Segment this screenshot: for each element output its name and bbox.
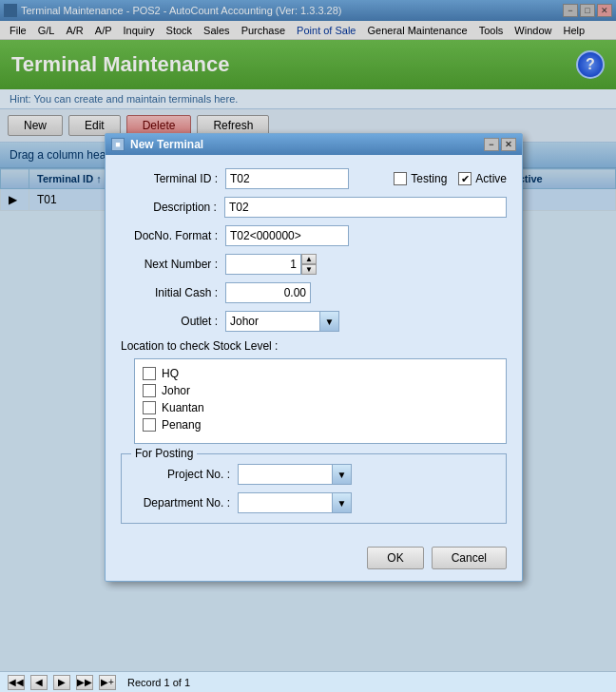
- stock-item-hq: HQ: [143, 367, 498, 380]
- stock-list: HQ Johor Kuantan Penang: [134, 358, 507, 444]
- stock-item-johor: Johor: [143, 384, 498, 397]
- new-terminal-dialog: ■ New Terminal − ✕ Terminal ID : Testing: [105, 133, 523, 582]
- project-no-row: Project No. : ▼: [133, 464, 494, 485]
- posting-section: For Posting Project No. : ▼ Department N…: [121, 453, 507, 524]
- project-no-label: Project No. :: [133, 468, 238, 481]
- posting-legend: For Posting: [131, 447, 197, 460]
- active-label: Active: [475, 172, 507, 185]
- stock-hq-label: HQ: [162, 367, 179, 380]
- department-no-label: Department No. :: [133, 496, 238, 509]
- stock-penang-checkbox[interactable]: [143, 418, 156, 432]
- modal-title-bar: ■ New Terminal − ✕: [106, 134, 522, 155]
- modal-title-buttons: − ✕: [484, 138, 516, 151]
- initial-cash-label: Initial Cash :: [121, 286, 225, 299]
- modal-title-text: New Terminal: [130, 138, 484, 151]
- stock-item-penang: Penang: [143, 418, 498, 432]
- initial-cash-row: Initial Cash :: [121, 282, 507, 303]
- status-bar: ◀◀ ◀ ▶ ▶▶ ▶+ Record 1 of 1: [0, 671, 616, 692]
- stock-level-label: Location to check Stock Level :: [121, 339, 507, 353]
- docno-row: DocNo. Format :: [121, 225, 507, 246]
- nav-next-button[interactable]: ▶: [53, 675, 70, 690]
- initial-cash-input[interactable]: [225, 282, 311, 303]
- stock-kuantan-label: Kuantan: [162, 401, 204, 414]
- modal-footer: OK Cancel: [106, 537, 522, 581]
- project-no-dropdown-button[interactable]: ▼: [333, 464, 352, 485]
- terminal-id-label: Terminal ID :: [121, 172, 225, 185]
- project-no-input[interactable]: [238, 464, 333, 485]
- outlet-dropdown-button[interactable]: ▼: [320, 311, 339, 332]
- next-number-spinner: ▲ ▼: [225, 254, 317, 275]
- terminal-id-row: Terminal ID : Testing ✔ Active: [121, 168, 507, 189]
- next-number-input[interactable]: [225, 254, 301, 275]
- stock-item-kuantan: Kuantan: [143, 401, 498, 414]
- outlet-input[interactable]: [225, 311, 320, 332]
- checkbox-area: Testing ✔ Active: [394, 172, 507, 185]
- testing-checkbox-group: Testing: [394, 172, 447, 185]
- outlet-combo: ▼: [225, 311, 339, 332]
- modal-minimize-button[interactable]: −: [484, 138, 499, 151]
- modal-overlay: ■ New Terminal − ✕ Terminal ID : Testing: [0, 0, 616, 692]
- nav-last-button[interactable]: ▶▶: [76, 675, 93, 690]
- testing-label: Testing: [411, 172, 447, 185]
- department-no-input[interactable]: [238, 492, 333, 513]
- terminal-id-input[interactable]: [225, 168, 349, 189]
- cancel-button[interactable]: Cancel: [432, 547, 507, 569]
- next-number-label: Next Number :: [121, 258, 225, 271]
- description-row: Description :: [121, 197, 507, 218]
- stock-johor-checkbox[interactable]: [143, 384, 156, 397]
- next-number-row: Next Number : ▲ ▼: [121, 254, 507, 275]
- modal-close-button[interactable]: ✕: [501, 138, 516, 151]
- spinner-down-button[interactable]: ▼: [301, 264, 317, 275]
- stock-level-section: Location to check Stock Level : HQ Johor…: [121, 339, 507, 444]
- outlet-label: Outlet :: [121, 315, 225, 328]
- stock-kuantan-checkbox[interactable]: [143, 401, 156, 414]
- active-checkbox[interactable]: ✔: [458, 172, 472, 185]
- description-label: Description :: [121, 201, 224, 214]
- ok-button[interactable]: OK: [367, 547, 423, 569]
- record-info: Record 1 of 1: [127, 677, 190, 688]
- docno-label: DocNo. Format :: [121, 229, 225, 242]
- stock-penang-label: Penang: [162, 418, 201, 432]
- nav-add-button[interactable]: ▶+: [99, 675, 116, 690]
- department-no-combo: ▼: [238, 492, 352, 513]
- active-checkbox-group: ✔ Active: [458, 172, 507, 185]
- modal-body: Terminal ID : Testing ✔ Active Descripti…: [106, 155, 522, 537]
- department-no-row: Department No. : ▼: [133, 492, 494, 513]
- nav-first-button[interactable]: ◀◀: [8, 675, 25, 690]
- spinner-buttons: ▲ ▼: [301, 254, 317, 275]
- nav-prev-button[interactable]: ◀: [30, 675, 48, 690]
- stock-johor-label: Johor: [162, 384, 190, 397]
- department-no-dropdown-button[interactable]: ▼: [333, 492, 352, 513]
- spinner-up-button[interactable]: ▲: [301, 254, 317, 264]
- stock-hq-checkbox[interactable]: [143, 367, 156, 380]
- outlet-row: Outlet : ▼: [121, 311, 507, 332]
- project-no-combo: ▼: [238, 464, 352, 485]
- description-input[interactable]: [224, 197, 507, 218]
- docno-input[interactable]: [225, 225, 349, 246]
- testing-checkbox[interactable]: [394, 172, 407, 185]
- modal-title-icon: ■: [111, 138, 125, 151]
